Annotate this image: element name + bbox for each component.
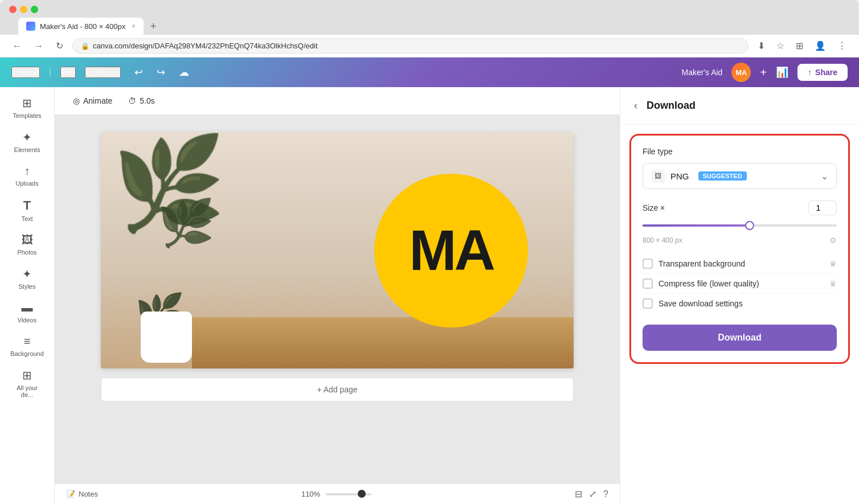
canvas-background: 🌿 🌿 🌿 MA [101, 132, 574, 368]
transparent-background-checkbox[interactable] [643, 259, 653, 269]
transparent-background-row: Transparent background ♛ [643, 254, 837, 274]
redo-button[interactable]: ↪ [152, 64, 170, 81]
zoom-slider[interactable] [326, 493, 371, 495]
sidebar-item-background[interactable]: ≡ Background [3, 330, 51, 362]
panel-header: ‹ Download [620, 87, 859, 125]
compress-file-label: Compress file (lower quality) [658, 279, 824, 288]
browser-action-buttons: ⬇ ☆ ⊞ 👤 ⋮ [754, 38, 850, 54]
time-value: 5.0s [140, 96, 154, 105]
file-type-icon: 🖼 [651, 169, 665, 183]
sidebar-item-styles[interactable]: ✦ Styles [3, 263, 51, 294]
suggested-badge: SUGGESTED [698, 171, 747, 181]
notes-button[interactable]: 📝 Notes [66, 490, 98, 498]
clock-icon: ⏱ [128, 96, 136, 105]
undo-button[interactable]: ↩ [130, 64, 148, 81]
profile-button[interactable]: 👤 [811, 38, 829, 54]
transparent-background-label: Transparent background [658, 259, 824, 268]
fullscreen-button[interactable]: ⤢ [589, 489, 596, 499]
minimize-window-button[interactable] [20, 6, 27, 13]
back-button[interactable]: ← [9, 39, 25, 54]
resize-button[interactable]: ⬡ Resize [85, 67, 121, 78]
photos-icon: 🖼 [22, 233, 33, 247]
url-text: canva.com/design/DAFAq298YM4/232PhEQnQ74… [93, 42, 318, 50]
address-bar[interactable]: 🔒 canva.com/design/DAFAq298YM4/232PhEQnQ… [72, 38, 748, 54]
size-slider-container[interactable] [643, 220, 837, 231]
browser-frame: Maker's Aid - 800 × 400px × + ← → ↻ 🔒 ca… [0, 0, 859, 504]
add-collaborator-button[interactable]: + [760, 66, 767, 79]
user-avatar[interactable]: MA [731, 63, 751, 82]
canvas-scroll[interactable]: 🌿 🌿 🌿 MA + Add page [55, 115, 620, 483]
download-panel: ‹ Download File type 🖼 PNG SUGGESTED ⌄ [620, 87, 859, 504]
time-display: ⏱ 5.0s [128, 96, 154, 105]
compress-file-checkbox[interactable] [643, 278, 653, 289]
home-button[interactable]: ‹ Home [11, 67, 40, 78]
download-page-button[interactable]: ⬇ [754, 38, 768, 54]
sidebar-item-elements[interactable]: ✦ Elements [3, 126, 51, 158]
size-slider-track [643, 224, 837, 227]
sidebar-item-templates[interactable]: ⊞ Templates [3, 92, 51, 124]
forward-button[interactable]: → [31, 39, 47, 54]
sidebar-item-uploads[interactable]: ↑ Uploads [3, 160, 51, 191]
help-button[interactable]: ? [603, 489, 608, 499]
file-type-value: PNG [670, 171, 689, 181]
panel-title: Download [647, 100, 696, 112]
premium-icon-transparent: ♛ [829, 259, 837, 268]
photos-label: Photos [17, 249, 36, 256]
zoom-thumb[interactable] [358, 490, 366, 498]
tab-favicon [26, 22, 35, 31]
more-options-button[interactable]: ⋮ [834, 38, 850, 54]
app-container: ‹ Home | File ⬡ Resize ↩ ↪ ☁ Maker's Aid… [0, 58, 859, 504]
canvas-bottom-bar: 📝 Notes 110% ⊟ ⤢ ? [55, 483, 620, 504]
app-header: ‹ Home | File ⬡ Resize ↩ ↪ ☁ Maker's Aid… [0, 58, 859, 87]
stats-button[interactable]: 📊 [776, 66, 788, 79]
design-title: Maker's Aid [681, 68, 722, 77]
elements-icon: ✦ [22, 130, 32, 144]
main-content: ⊞ Templates ✦ Elements ↑ Uploads T Text … [0, 87, 859, 504]
extensions-button[interactable]: ⊞ [792, 38, 807, 54]
dimensions-text: 800 × 400 px [643, 236, 682, 244]
animate-button[interactable]: ◎ Animate [66, 93, 119, 109]
cloud-save-button[interactable]: ☁ [174, 64, 194, 81]
canvas-area: ◎ Animate ⏱ 5.0s 🌿 🌿 [55, 87, 620, 504]
floor [192, 317, 574, 368]
tab-close-button[interactable]: × [132, 22, 136, 30]
text-icon: T [23, 198, 31, 213]
videos-icon: ▬ [22, 301, 33, 314]
size-input[interactable] [808, 200, 837, 215]
browser-traffic-lights [9, 6, 850, 13]
size-label: Size × [643, 203, 665, 212]
panel-back-button[interactable]: ‹ [632, 97, 640, 114]
sidebar-item-text[interactable]: T Text [3, 194, 51, 227]
bookmark-button[interactable]: ☆ [773, 38, 788, 54]
maximize-window-button[interactable] [31, 6, 38, 13]
size-dimensions-display: 800 × 400 px ⚙ [643, 236, 837, 245]
resize-label: Resize [95, 68, 120, 77]
plant-medium: 🌿 [158, 200, 215, 246]
sidebar-item-photos[interactable]: 🖼 Photos [3, 229, 51, 260]
add-page-button[interactable]: + Add page [101, 378, 574, 401]
share-icon: ↑ [808, 68, 812, 77]
refresh-button[interactable]: ↻ [52, 38, 67, 54]
close-window-button[interactable] [9, 6, 17, 13]
chevron-left-icon: ‹ [13, 68, 15, 77]
file-type-dropdown[interactable]: 🖼 PNG SUGGESTED ⌄ [643, 163, 837, 189]
sidebar-item-all-designs[interactable]: ⊞ All your de... [3, 364, 51, 403]
home-label: Home [18, 68, 39, 77]
size-slider-thumb[interactable] [745, 221, 754, 230]
videos-label: Videos [18, 317, 36, 323]
share-button[interactable]: ↑ Share [797, 64, 848, 81]
file-menu-button[interactable]: File [60, 67, 76, 78]
notes-label: Notes [79, 490, 98, 498]
design-canvas: 🌿 🌿 🌿 MA [101, 132, 574, 368]
new-tab-button[interactable]: + [148, 18, 159, 35]
sidebar-item-videos[interactable]: ▬ Videos [3, 297, 51, 328]
page-number-button[interactable]: ⊟ [575, 489, 582, 499]
download-button[interactable]: Download [643, 325, 837, 351]
chevron-down-icon: ⌄ [821, 171, 828, 182]
save-settings-checkbox[interactable] [643, 298, 653, 309]
background-icon: ≡ [24, 335, 31, 348]
zoom-level-text: 110% [301, 490, 320, 498]
active-tab[interactable]: Maker's Aid - 800 × 400px × [18, 18, 144, 35]
save-settings-row: Save download settings [643, 294, 837, 313]
elements-label: Elements [14, 146, 40, 153]
